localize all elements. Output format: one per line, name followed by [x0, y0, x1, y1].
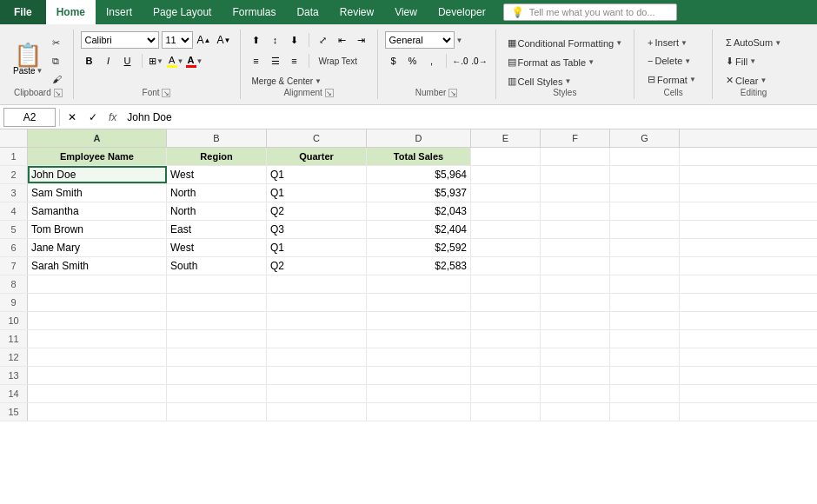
align-center-button[interactable]: ☰ [267, 52, 284, 70]
cell-c1[interactable]: Quarter [267, 148, 367, 165]
cell-b5[interactable]: East [167, 221, 267, 238]
cell-e6[interactable] [471, 239, 541, 256]
menu-page-layout[interactable]: Page Layout [143, 0, 222, 24]
cell-c9[interactable] [267, 294, 367, 311]
menu-insert[interactable]: Insert [96, 0, 143, 24]
increase-font-button[interactable]: A▲ [196, 31, 213, 49]
cell-e14[interactable] [471, 385, 541, 402]
cell-d3[interactable]: $5,937 [367, 184, 471, 202]
cell-c7[interactable]: Q2 [267, 257, 367, 275]
cell-reference-input[interactable] [3, 108, 56, 127]
cell-e7[interactable] [471, 257, 541, 275]
align-bottom-button[interactable]: ⬇ [286, 31, 303, 49]
cell-f10[interactable] [541, 312, 610, 329]
cell-a10[interactable] [28, 312, 167, 329]
fill-button[interactable]: ⬇ Fill ▼ [720, 53, 787, 70]
menu-home[interactable]: Home [46, 0, 96, 24]
col-header-e[interactable]: E [471, 129, 541, 147]
align-right-button[interactable]: ≡ [286, 52, 303, 70]
cell-e11[interactable] [471, 330, 541, 348]
cell-c11[interactable] [267, 330, 367, 348]
cell-g6[interactable] [610, 239, 680, 256]
cell-b3[interactable]: North [167, 184, 267, 202]
cell-c14[interactable] [267, 385, 367, 402]
cell-g12[interactable] [610, 348, 680, 366]
align-left-button[interactable]: ≡ [248, 52, 265, 70]
cell-a13[interactable] [28, 367, 167, 384]
cell-g3[interactable] [610, 184, 680, 202]
cell-a8[interactable] [28, 275, 167, 293]
cell-d4[interactable]: $2,043 [367, 202, 471, 220]
cell-b13[interactable] [167, 367, 267, 384]
cell-f11[interactable] [541, 330, 610, 348]
cell-b2[interactable]: West [167, 166, 267, 183]
col-header-f[interactable]: F [541, 129, 610, 147]
cell-e10[interactable] [471, 312, 541, 329]
cell-g11[interactable] [610, 330, 680, 348]
comma-button[interactable]: , [423, 52, 441, 70]
col-header-g[interactable]: G [610, 129, 680, 147]
clear-button[interactable]: ✕ Clear ▼ [720, 72, 787, 89]
align-middle-button[interactable]: ↕ [267, 31, 284, 49]
cell-g8[interactable] [610, 275, 680, 293]
cell-f1[interactable] [541, 148, 610, 165]
format-painter-button[interactable]: 🖌 [48, 71, 66, 87]
cell-c4[interactable]: Q2 [267, 202, 367, 220]
cell-f12[interactable] [541, 348, 610, 366]
cut-button[interactable]: ✂ [48, 35, 66, 51]
conditional-formatting-button[interactable]: ▦ Conditional Formatting ▼ [503, 35, 628, 51]
col-header-b[interactable]: B [167, 129, 267, 147]
cell-a7[interactable]: Sarah Smith [28, 257, 167, 275]
cell-b15[interactable] [167, 403, 267, 421]
insert-button[interactable]: + Insert ▼ [641, 35, 702, 50]
cell-a4[interactable]: Samantha [28, 202, 167, 220]
cell-g1[interactable] [610, 148, 680, 165]
cell-b10[interactable] [167, 312, 267, 329]
cell-e13[interactable] [471, 367, 541, 384]
cell-a3[interactable]: Sam Smith [28, 184, 167, 202]
cell-c13[interactable] [267, 367, 367, 384]
currency-button[interactable]: $ [385, 52, 402, 70]
increase-decimal-button[interactable]: .0→ [471, 52, 488, 70]
borders-button[interactable]: ⊞ ▼ [148, 52, 165, 70]
number-format-select[interactable]: General [385, 31, 455, 49]
cell-d9[interactable] [367, 294, 471, 311]
cell-e9[interactable] [471, 294, 541, 311]
cell-e3[interactable] [471, 184, 541, 202]
cell-c2[interactable]: Q1 [267, 166, 367, 183]
cell-f7[interactable] [541, 257, 610, 275]
font-size-select[interactable]: 11 [162, 31, 193, 49]
cell-d1[interactable]: Total Sales [367, 148, 471, 165]
cell-g4[interactable] [610, 202, 680, 220]
cell-g9[interactable] [610, 294, 680, 311]
cell-d2[interactable]: $5,964 [367, 166, 471, 183]
cell-d6[interactable]: $2,592 [367, 239, 471, 256]
cell-d8[interactable] [367, 275, 471, 293]
cell-f4[interactable] [541, 202, 610, 220]
cell-e2[interactable] [471, 166, 541, 183]
underline-button[interactable]: U [119, 52, 136, 70]
cell-b14[interactable] [167, 385, 267, 402]
cell-c3[interactable]: Q1 [267, 184, 367, 202]
bold-button[interactable]: B [81, 52, 98, 70]
copy-button[interactable]: ⧉ [48, 53, 66, 70]
cell-f9[interactable] [541, 294, 610, 311]
cell-a15[interactable] [28, 403, 167, 421]
cell-g2[interactable] [610, 166, 680, 183]
delete-button[interactable]: − Delete ▼ [641, 53, 702, 69]
cell-a12[interactable] [28, 348, 167, 366]
menu-formulas[interactable]: Formulas [222, 0, 286, 24]
cell-c8[interactable] [267, 275, 367, 293]
menu-view[interactable]: View [384, 0, 428, 24]
cell-f3[interactable] [541, 184, 610, 202]
cell-g15[interactable] [610, 403, 680, 421]
cell-g7[interactable] [610, 257, 680, 275]
menu-developer[interactable]: Developer [428, 0, 496, 24]
formula-input[interactable] [123, 111, 814, 123]
indent-increase-button[interactable]: ⇥ [353, 31, 370, 49]
wrap-text-button[interactable]: Wrap Text [315, 53, 362, 69]
percent-button[interactable]: % [404, 52, 422, 70]
cell-b1[interactable]: Region [167, 148, 267, 165]
cell-c15[interactable] [267, 403, 367, 421]
cell-g14[interactable] [610, 385, 680, 402]
